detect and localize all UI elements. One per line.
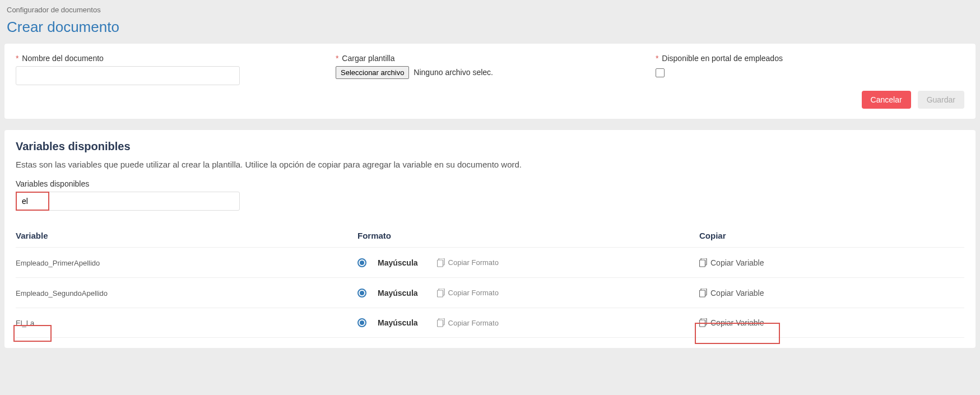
portal-label: * Disponible en portal de empleados — [656, 54, 964, 63]
copy-icon — [699, 318, 707, 327]
select-file-button[interactable]: Seleccionar archivo — [336, 66, 409, 79]
breadcrumb[interactable]: Configurador de documentos — [0, 0, 980, 16]
variables-title: Variables disponibles — [16, 140, 964, 153]
radio-dot — [360, 291, 364, 295]
format-radio-mayuscula[interactable] — [357, 318, 366, 327]
format-label: Mayúscula — [378, 258, 418, 267]
copy-variable-link[interactable]: Copiar Variable — [699, 258, 764, 267]
col-formato-header: Formato — [357, 231, 699, 240]
required-marker: * — [16, 54, 18, 63]
table-header: Variable Formato Copiar — [16, 225, 964, 247]
copy-variable-link[interactable]: Copiar Variable — [699, 318, 764, 327]
copy-format-link[interactable]: Copiar Formato — [437, 318, 499, 327]
copy-format-link[interactable]: Copiar Formato — [437, 289, 499, 298]
format-radio-mayuscula[interactable] — [357, 258, 366, 267]
save-button: Guardar — [918, 91, 964, 109]
copy-format-text: Copiar Formato — [448, 319, 499, 327]
variables-desc: Estas son las variables que puede utiliz… — [16, 160, 964, 169]
create-document-panel: * Nombre del documento * Cargar plantill… — [4, 44, 976, 119]
svg-rect-9 — [437, 320, 443, 327]
document-name-input[interactable] — [16, 66, 240, 85]
copy-icon — [437, 318, 445, 327]
svg-rect-1 — [437, 260, 443, 267]
svg-rect-11 — [700, 320, 705, 327]
svg-rect-5 — [437, 290, 443, 297]
table-row: Empleado_PrimerApellido Mayúscula Copiar… — [16, 247, 964, 277]
portal-label-text: Disponible en portal de empleados — [662, 54, 783, 63]
highlight-variable — [13, 325, 52, 342]
copy-icon — [699, 258, 707, 267]
variables-filter-input[interactable] — [16, 192, 240, 211]
radio-dot — [360, 261, 364, 265]
page-title: Crear documento — [0, 16, 980, 44]
file-status-text: Ninguno archivo selec. — [414, 68, 493, 77]
variable-name: El_La — [16, 319, 34, 327]
svg-rect-7 — [700, 290, 705, 297]
variable-name: Empleado_PrimerApellido — [16, 259, 100, 267]
required-marker: * — [656, 54, 658, 63]
copy-icon — [437, 289, 445, 298]
svg-rect-3 — [700, 260, 705, 267]
filter-label: Variables disponibles — [16, 179, 964, 188]
copy-icon — [699, 289, 707, 298]
copy-format-link[interactable]: Copiar Formato — [437, 258, 499, 267]
copy-variable-text: Copiar Variable — [710, 318, 764, 327]
copy-format-text: Copiar Formato — [448, 258, 499, 267]
copy-icon — [437, 258, 445, 267]
copy-variable-text: Copiar Variable — [710, 258, 764, 267]
name-label-text: Nombre del documento — [22, 54, 104, 63]
table-row: El_La Mayúscula Copiar Formato Copiar Va… — [16, 308, 964, 338]
required-marker: * — [336, 54, 338, 63]
col-variable-header: Variable — [16, 231, 357, 240]
variables-panel: Variables disponibles Estas son las vari… — [4, 130, 976, 348]
copy-variable-link[interactable]: Copiar Variable — [699, 289, 764, 298]
copy-format-text: Copiar Formato — [448, 289, 499, 297]
table-row: Empleado_SegundoApellido Mayúscula Copia… — [16, 277, 964, 308]
variable-name: Empleado_SegundoApellido — [16, 289, 108, 298]
template-label: * Cargar plantilla — [336, 54, 644, 63]
portal-checkbox[interactable] — [656, 68, 665, 77]
format-label: Mayúscula — [378, 318, 418, 327]
col-copiar-header: Copiar — [699, 231, 964, 240]
cancel-button[interactable]: Cancelar — [862, 91, 911, 109]
copy-variable-text: Copiar Variable — [710, 289, 764, 298]
format-label: Mayúscula — [378, 289, 418, 298]
name-label: * Nombre del documento — [16, 54, 324, 63]
template-label-text: Cargar plantilla — [342, 54, 394, 63]
radio-dot — [360, 320, 364, 325]
format-radio-mayuscula[interactable] — [357, 289, 366, 298]
